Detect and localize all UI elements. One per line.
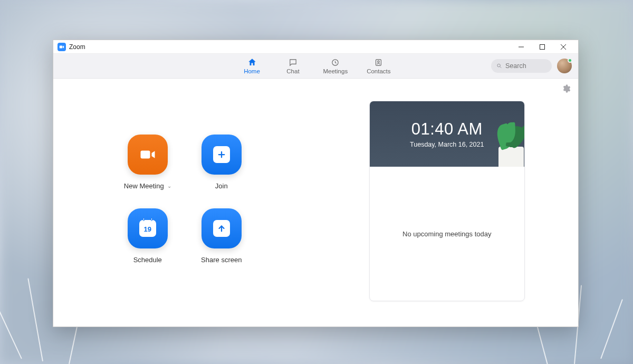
chevron-down-icon[interactable]: ⌄	[167, 183, 171, 189]
clock-icon	[331, 58, 340, 67]
join-label: Join	[215, 182, 228, 190]
minimize-button[interactable]	[511, 40, 532, 54]
svg-rect-10	[140, 151, 150, 159]
tab-meetings[interactable]: Meetings	[321, 54, 350, 78]
top-tabbar: Home Chat Meetings Contacts	[53, 54, 578, 79]
presence-indicator	[568, 58, 572, 63]
svg-rect-0	[60, 45, 62, 48]
tab-home-label: Home	[244, 68, 260, 74]
share-screen-label: Share screen	[201, 256, 242, 264]
tab-meetings-label: Meetings	[323, 68, 348, 74]
gear-icon	[561, 84, 571, 93]
tab-chat[interactable]: Chat	[280, 54, 306, 78]
contacts-icon	[374, 58, 383, 67]
svg-point-7	[378, 61, 380, 63]
clock-hero: 01:40 AM Tuesday, March 16, 2021	[370, 101, 524, 167]
titlebar: Zoom	[53, 40, 578, 54]
avatar[interactable]	[557, 59, 572, 73]
meetings-empty-text: No upcoming meetings today	[402, 230, 491, 238]
tab-contacts-label: Contacts	[367, 68, 390, 74]
svg-point-8	[497, 64, 501, 67]
maximize-button[interactable]	[532, 40, 553, 54]
plant-decor	[490, 102, 524, 167]
app-title: Zoom	[69, 43, 85, 51]
clock-date: Tuesday, March 16, 2021	[410, 141, 484, 148]
home-actions: New Meeting ⌄ Join	[53, 79, 316, 327]
meetings-panel: 01:40 AM Tuesday, March 16, 2021 No upco…	[316, 79, 579, 327]
arrow-up-icon	[213, 220, 230, 237]
svg-line-9	[500, 66, 501, 68]
tab-contacts[interactable]: Contacts	[365, 54, 392, 78]
main-content: New Meeting ⌄ Join	[53, 79, 578, 327]
join-button[interactable]: Join	[187, 131, 256, 205]
video-icon	[128, 135, 168, 175]
share-screen-button[interactable]: Share screen	[187, 205, 256, 279]
meetings-card: 01:40 AM Tuesday, March 16, 2021 No upco…	[369, 101, 525, 301]
meetings-empty: No upcoming meetings today	[370, 167, 524, 301]
svg-rect-2	[540, 44, 545, 49]
new-meeting-button[interactable]: New Meeting ⌄	[113, 131, 182, 205]
app-window: Zoom Home	[53, 40, 579, 327]
search-icon	[496, 62, 502, 70]
calendar-icon: 19	[139, 220, 156, 237]
home-icon	[247, 58, 256, 67]
tab-chat-label: Chat	[286, 68, 299, 74]
settings-button[interactable]	[561, 84, 571, 95]
tab-home[interactable]: Home	[238, 54, 265, 78]
clock-time: 01:40 AM	[411, 120, 483, 139]
chat-icon	[289, 58, 298, 67]
schedule-label: Schedule	[133, 256, 162, 264]
search-box[interactable]	[491, 59, 552, 73]
plus-icon	[213, 146, 230, 163]
new-meeting-label: New Meeting	[124, 182, 164, 190]
zoom-app-icon	[57, 43, 66, 51]
schedule-button[interactable]: 19 Schedule	[113, 205, 182, 279]
close-button[interactable]	[553, 40, 574, 54]
calendar-day: 19	[144, 225, 151, 233]
window-controls	[511, 40, 574, 54]
search-input[interactable]	[505, 62, 546, 70]
